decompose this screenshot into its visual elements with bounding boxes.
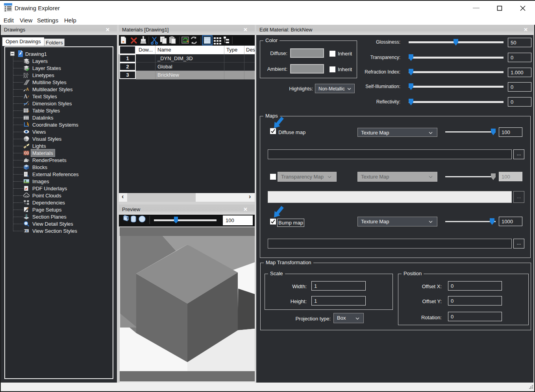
svg-text:A: A xyxy=(24,94,28,99)
svg-text:A: A xyxy=(26,87,29,92)
